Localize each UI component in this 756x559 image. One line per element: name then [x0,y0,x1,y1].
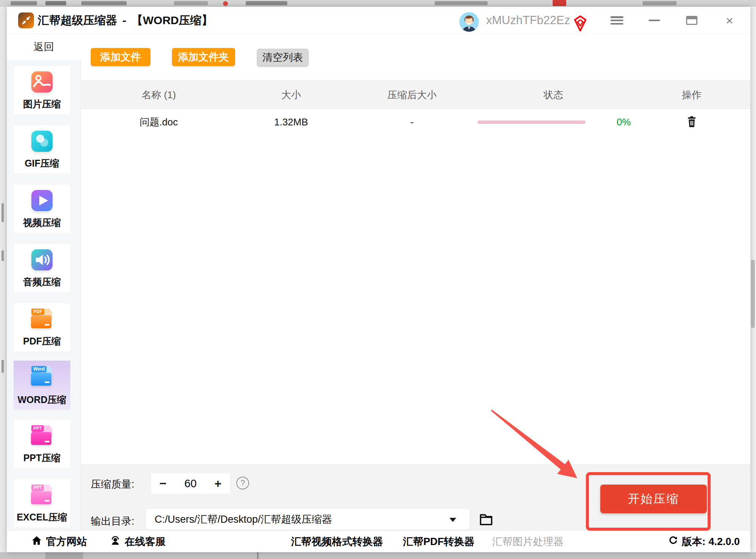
back-button[interactable]: 返回 [7,34,81,60]
sidebar-item-word-compress[interactable]: Word WORD压缩 [14,361,70,410]
background-fragment [11,1,37,5]
sidebar-item-excel-compress[interactable]: PPT EXCEL压缩 [14,479,70,527]
add-folder-button[interactable]: 添加文件夹 [172,48,235,66]
pdf-converter-link[interactable]: 汇帮PDF转换器 [403,531,474,553]
background-fragment [81,1,127,5]
footer-link-label: 汇帮图片处理器 [492,535,564,548]
version-number: 4.2.0.0 [708,536,740,548]
version-info: 版本: 4.2.0.0 [668,531,740,553]
sidebar-item-label: EXCEL压缩 [17,511,67,523]
sidebar-item-label: WORD压缩 [17,394,66,406]
minimize-icon[interactable] [644,7,665,34]
table-row: 问题.doc 1.32MB - 0% [81,109,750,135]
image-compress-icon [31,71,53,93]
sidebar-item-label: 音频压缩 [23,276,61,288]
sidebar-item-pdf-compress[interactable]: PDF PDF压缩 [14,303,70,351]
table-header: 名称 (1) 大小 压缩后大小 状态 操作 [81,80,750,109]
dropdown-arrow-icon [449,518,456,522]
quality-value: 60 [184,477,197,490]
home-icon [31,535,42,549]
background-fragment [246,1,287,5]
ppt-badge: PPT [31,425,44,432]
close-icon[interactable]: × [719,7,740,34]
footer-link-label: 官方网站 [46,535,87,548]
sidebar-item-image-compress[interactable]: 图片压缩 [14,66,70,114]
support-icon [110,535,121,549]
video-compress-icon [31,190,53,211]
titlebar: 汇帮超级压缩器 - 【WORD压缩】 xMUzhTFb22Ez [7,7,750,34]
excel-badge: PPT [31,485,44,491]
background-mark [2,250,4,261]
official-site-link[interactable]: 官方网站 [31,531,87,553]
background-scrollbar-thumb [751,260,755,328]
vip-badge-icon[interactable] [573,15,587,32]
menu-icon[interactable] [606,7,627,34]
footer-link-label: 汇帮视频格式转换器 [291,535,383,548]
output-dir-label: 输出目录: [91,514,135,528]
background-mark [2,203,4,222]
quality-stepper: − 60 + [151,473,230,494]
sidebar-item-gif-compress[interactable]: GIF压缩 [14,125,70,173]
help-icon[interactable]: ? [236,477,249,490]
image-processor-link[interactable]: 汇帮图片处理器 [492,531,564,553]
output-dir-path: C:/Users/汇帮/Desktop/汇帮超级压缩器 [155,513,332,526]
sidebar-item-label: 图片压缩 [23,98,61,110]
quality-label: 压缩质量: [91,477,135,491]
clear-list-button[interactable]: 清空列表 [257,49,308,66]
word-folder-icon: Word [31,366,53,386]
background-block [257,552,259,559]
app-window: 汇帮超级压缩器 - 【WORD压缩】 xMUzhTFb22Ez [7,7,750,552]
background-red-dot [223,1,228,6]
sidebar-item-ppt-compress[interactable]: PPT PPT压缩 [14,420,70,468]
sidebar-item-label: GIF压缩 [25,157,59,170]
background-block [45,552,83,559]
mode-title: 【WORD压缩】 [132,13,213,28]
audio-compress-icon [31,249,53,270]
sidebar-item-label: PPT压缩 [23,452,61,464]
avatar[interactable] [459,12,479,32]
column-header-action: 操作 [682,80,702,109]
quality-plus-button[interactable]: + [214,477,222,490]
start-compress-button[interactable]: 开始压缩 [600,485,707,513]
maximize-icon[interactable] [681,7,702,34]
progress-percent: 0% [617,109,631,135]
background-fragment [435,1,488,5]
background-mark [2,360,4,373]
background-right-strip [750,7,756,552]
column-header-compressed-size: 压缩后大小 [387,80,437,109]
trash-icon[interactable] [687,116,697,128]
background-bottom-strip [0,552,756,559]
file-name: 问题.doc [139,109,178,135]
title-separator: - [122,14,126,27]
column-header-name: 名称 (1) [142,80,176,109]
video-converter-link[interactable]: 汇帮视频格式转换器 [291,531,383,553]
ppt-folder-icon: PPT [31,425,53,445]
app-name: 汇帮超级压缩器 [38,13,117,28]
main-area: 添加文件 添加文件夹 清空列表 名称 (1) 大小 压缩后大小 状态 操作 问题… [81,34,750,530]
version-label: 版本: [682,535,705,548]
excel-folder-icon: PPT [31,485,53,504]
background-fragment [174,1,208,5]
window-title: 汇帮超级压缩器 - 【WORD压缩】 [38,7,213,34]
username[interactable]: xMUzhTFb22Ez [486,7,570,34]
background-red-fragment [553,0,566,6]
refresh-icon[interactable] [668,535,679,548]
background-fragment [45,1,66,5]
output-dir-dropdown[interactable]: C:/Users/汇帮/Desktop/汇帮超级压缩器 [146,509,470,530]
online-support-link[interactable]: 在线客服 [110,531,166,553]
sidebar-item-video-compress[interactable]: 视频压缩 [14,185,70,233]
footer: 官方网站 在线客服 汇帮视频格式转换器 汇帮PDF转换器 汇帮图片处理器 [7,530,750,552]
sidebar-item-audio-compress[interactable]: 音频压缩 [14,244,70,292]
settings-panel: 压缩质量: − 60 + ? 输出目录: C:/Users/汇帮/Desktop… [81,465,750,530]
column-header-status: 状态 [544,80,563,109]
quality-minus-button[interactable]: − [160,477,167,490]
progress-bar [477,120,586,124]
background-left-strip [0,7,7,552]
sidebar-item-label: PDF压缩 [23,335,61,347]
background-fragment [643,1,677,5]
app-logo-icon [18,12,34,28]
browse-folder-icon[interactable] [478,510,494,528]
file-size: 1.32MB [274,109,308,135]
add-file-button[interactable]: 添加文件 [91,48,150,66]
column-header-size: 大小 [281,80,301,109]
